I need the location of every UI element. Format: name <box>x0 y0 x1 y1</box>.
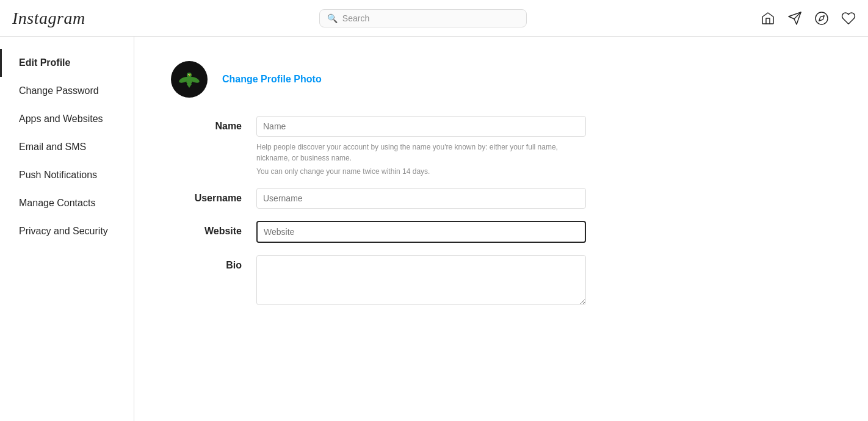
bio-field-col <box>256 255 598 305</box>
avatar <box>171 61 208 98</box>
website-field-row: Website <box>171 221 598 243</box>
username-label: Username <box>171 188 256 204</box>
profile-header: Change Profile Photo <box>171 61 831 98</box>
bio-input[interactable] <box>256 255 586 305</box>
header-icons <box>761 11 856 26</box>
search-icon: 🔍 <box>327 13 338 23</box>
name-input[interactable] <box>256 116 586 137</box>
content-area: Change Profile Photo Name Help people di… <box>134 37 868 421</box>
instagram-logo: Instagram <box>12 9 85 28</box>
search-input[interactable] <box>342 13 519 23</box>
website-label: Website <box>171 221 256 237</box>
username-field-col <box>256 188 598 209</box>
main-container: Edit Profile Change Password Apps and We… <box>0 37 868 421</box>
website-field-col <box>256 221 598 243</box>
sidebar: Edit Profile Change Password Apps and We… <box>0 37 134 421</box>
sidebar-item-push-notifications[interactable]: Push Notifications <box>0 161 134 189</box>
home-icon[interactable] <box>761 11 775 26</box>
name-label: Name <box>171 116 256 132</box>
activity-icon[interactable] <box>841 11 856 26</box>
sidebar-item-email-and-sms[interactable]: Email and SMS <box>0 133 134 161</box>
sidebar-item-apps-and-websites[interactable]: Apps and Websites <box>0 105 134 133</box>
name-hint-secondary: You can only change your name twice with… <box>256 167 586 176</box>
username-input[interactable] <box>256 188 586 209</box>
sidebar-item-change-password[interactable]: Change Password <box>0 77 134 105</box>
name-hint: Help people discover your account by usi… <box>256 142 586 164</box>
direct-icon[interactable] <box>787 11 802 26</box>
svg-point-2 <box>816 12 828 24</box>
name-field-col: Help people discover your account by usi… <box>256 116 598 176</box>
svg-marker-3 <box>819 15 824 20</box>
sidebar-item-edit-profile[interactable]: Edit Profile <box>0 49 134 77</box>
sidebar-item-privacy-and-security[interactable]: Privacy and Security <box>0 217 134 245</box>
change-photo-button[interactable]: Change Profile Photo <box>222 74 322 85</box>
sidebar-item-manage-contacts[interactable]: Manage Contacts <box>0 189 134 217</box>
username-field-row: Username <box>171 188 598 209</box>
bio-field-row: Bio <box>171 255 598 305</box>
explore-icon[interactable] <box>814 11 829 26</box>
header: Instagram 🔍 <box>0 0 868 37</box>
name-field-row: Name Help people discover your account b… <box>171 116 598 176</box>
svg-point-10 <box>188 74 189 75</box>
svg-point-7 <box>186 76 192 85</box>
bio-label: Bio <box>171 255 256 271</box>
search-bar: 🔍 <box>319 9 527 27</box>
search-wrapper: 🔍 <box>319 9 527 27</box>
website-input[interactable] <box>256 221 586 243</box>
